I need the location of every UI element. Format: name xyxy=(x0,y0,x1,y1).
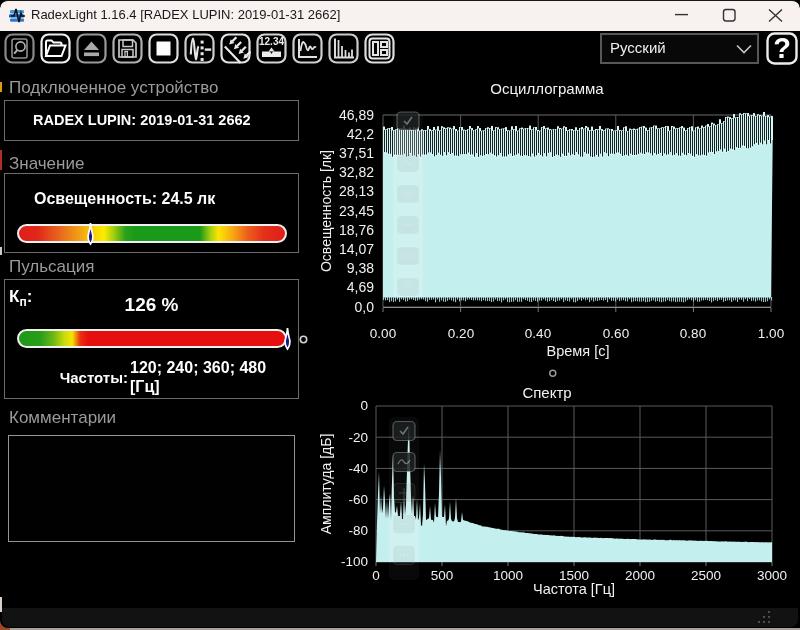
svg-text:0: 0 xyxy=(360,398,368,413)
svg-text:2500: 2500 xyxy=(691,568,721,583)
svg-text:28,13: 28,13 xyxy=(339,183,374,199)
svg-text:42,2: 42,2 xyxy=(347,126,374,142)
svg-text:2000: 2000 xyxy=(625,568,655,583)
svg-text:-40: -40 xyxy=(348,461,368,476)
svg-text:Освещенность [лк]: Освещенность [лк] xyxy=(318,150,334,272)
svg-text:Время [с]: Время [с] xyxy=(547,343,610,359)
svg-text:-20: -20 xyxy=(348,430,368,445)
svg-text:Амплитуда [дБ]: Амплитуда [дБ] xyxy=(318,434,334,535)
svg-text:500: 500 xyxy=(431,568,454,583)
svg-text:18,76: 18,76 xyxy=(339,222,374,238)
svg-text:12.34: 12.34 xyxy=(259,36,284,47)
svg-text:4,69: 4,69 xyxy=(347,279,374,295)
svg-text:14,07: 14,07 xyxy=(339,241,374,257)
svg-text:37,51: 37,51 xyxy=(339,145,374,161)
svg-text:9,38: 9,38 xyxy=(347,260,374,276)
svg-text:46,89: 46,89 xyxy=(339,107,374,123)
svg-text:1000: 1000 xyxy=(493,568,523,583)
svg-text:0.20: 0.20 xyxy=(448,326,474,341)
svg-text:0.80: 0.80 xyxy=(680,326,706,341)
svg-text:0: 0 xyxy=(372,568,380,583)
svg-text:0,0: 0,0 xyxy=(355,299,375,315)
svg-text:23,45: 23,45 xyxy=(339,203,374,219)
svg-text:Частота [Гц]: Частота [Гц] xyxy=(533,581,615,597)
svg-text:-60: -60 xyxy=(348,492,368,507)
svg-text:0.40: 0.40 xyxy=(525,326,551,341)
svg-text:32,82: 32,82 xyxy=(339,164,374,180)
svg-text:3000: 3000 xyxy=(757,568,787,583)
svg-text:0.00: 0.00 xyxy=(370,326,396,341)
svg-text:0.60: 0.60 xyxy=(603,326,629,341)
svg-text:Осциллограмма: Осциллограмма xyxy=(490,80,604,97)
svg-text:-80: -80 xyxy=(348,523,368,538)
svg-text:Спектр: Спектр xyxy=(522,384,571,401)
svg-text:-100: -100 xyxy=(341,554,368,569)
svg-text:1.00: 1.00 xyxy=(758,326,784,341)
